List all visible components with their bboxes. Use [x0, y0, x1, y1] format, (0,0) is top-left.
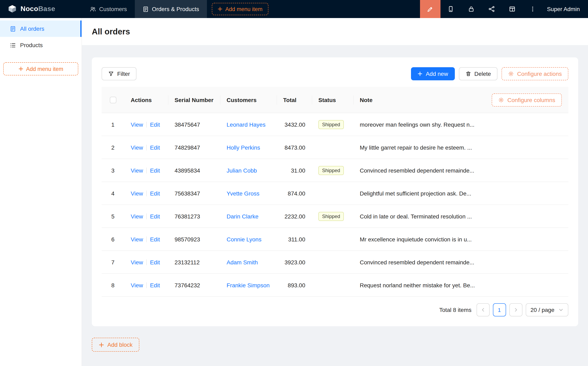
action-divider [146, 168, 147, 173]
select-all-checkbox[interactable] [110, 97, 116, 103]
row-index: 8 [111, 282, 114, 288]
user-menu[interactable]: Super Admin [543, 0, 588, 18]
column-header-status: Status [312, 87, 353, 113]
sidebar-item-products[interactable]: Products [0, 37, 82, 53]
nav-tab-orders-products[interactable]: Orders & Products [135, 0, 207, 18]
view-link[interactable]: View [131, 190, 143, 197]
row-actions-cell: View Edit [124, 282, 168, 288]
configure-columns-label: Configure columns [507, 97, 555, 103]
page-1-button[interactable]: 1 [493, 303, 506, 316]
lock-button[interactable] [461, 0, 482, 18]
customer-link[interactable]: Connie Lyons [226, 236, 261, 243]
action-divider [146, 145, 147, 150]
note-cell: Request norland neither mistake for yet.… [353, 282, 568, 288]
configure-actions-button[interactable]: Configure actions [502, 67, 568, 80]
nodes-button[interactable] [482, 0, 502, 18]
page-header: All orders [82, 18, 588, 45]
prev-page-button[interactable] [476, 303, 490, 316]
view-link[interactable]: View [131, 167, 143, 174]
list-icon [10, 42, 16, 48]
row-actions-cell: View Edit [124, 144, 168, 151]
nocobase-logo-icon [7, 4, 17, 14]
customer-link[interactable]: Julian Cobb [226, 167, 257, 174]
add-menu-item-button-topbar[interactable]: Add menu item [212, 3, 268, 15]
serial-number-cell: 75638347 [168, 190, 220, 197]
plus-icon [18, 66, 23, 71]
total-cell: 8473.00 [277, 144, 312, 151]
configure-columns-button[interactable]: Configure columns [492, 93, 562, 106]
row-actions-cell: View Edit [124, 167, 168, 174]
customer-cell: Darin Clarke [220, 213, 277, 220]
serial-number-cell: 43895834 [168, 167, 220, 174]
serial-number-cell: 23132112 [168, 259, 220, 265]
view-link[interactable]: View [131, 236, 143, 243]
edit-link[interactable]: Edit [150, 282, 160, 288]
main-area: All orders Filter [82, 18, 588, 366]
row-actions-cell: View Edit [124, 213, 168, 220]
column-header-total: Total [277, 87, 312, 113]
total-cell: 31.00 [277, 167, 312, 174]
layout-button[interactable] [502, 0, 522, 18]
serial-number-cell: 76381273 [168, 213, 220, 220]
topbar-nav: Customers Orders & Products [82, 0, 207, 18]
add-block-button[interactable]: Add block [92, 338, 140, 352]
chevron-left-icon [480, 307, 485, 312]
next-page-button[interactable] [509, 303, 522, 316]
status-badge: Shipped [318, 166, 344, 175]
team-icon [90, 6, 96, 12]
nav-tab-label: Customers [99, 6, 127, 12]
row-actions-cell: View Edit [124, 259, 168, 265]
layout-icon [509, 6, 515, 12]
table-row: 5 View Edit 76381273 Darin Clarke 2232.0… [102, 205, 568, 228]
note-cell: Mr excellence inquietude conviction is i… [353, 236, 568, 243]
page-size-select[interactable]: 20 / page [526, 303, 568, 316]
column-header-serial-number: Serial Number [168, 87, 220, 113]
customer-link[interactable]: Darin Clarke [226, 213, 259, 220]
customer-link[interactable]: Yvette Gross [226, 190, 259, 197]
add-new-button[interactable]: Add new [411, 67, 455, 80]
customer-link[interactable]: Leonard Hayes [226, 121, 265, 128]
row-index-cell: 5 [102, 213, 124, 220]
mobile-button[interactable] [440, 0, 461, 18]
view-link[interactable]: View [131, 282, 143, 288]
customer-cell: Julian Cobb [220, 167, 277, 174]
total-value: 311.00 [288, 236, 305, 243]
customer-link[interactable]: Frankie Simpson [226, 282, 270, 288]
view-link[interactable]: View [131, 213, 143, 220]
toolbar-right: Add new Delete [411, 67, 568, 80]
row-index: 1 [111, 121, 114, 128]
table-toolbar: Filter Add new [102, 67, 568, 80]
nav-tab-customers[interactable]: Customers [82, 0, 135, 18]
edit-link[interactable]: Edit [150, 236, 160, 243]
edit-link[interactable]: Edit [150, 144, 160, 151]
view-link[interactable]: View [131, 144, 143, 151]
serial-number-value: 76381273 [174, 213, 200, 220]
ui-editor-button[interactable] [420, 0, 440, 18]
edit-link[interactable]: Edit [150, 121, 160, 128]
page-content: Filter Add new [82, 45, 588, 366]
status-cell: Shipped [312, 166, 353, 175]
sidebar-item-all-orders[interactable]: All orders [0, 21, 82, 37]
note-value: Convinced resembled dependent remainde..… [360, 167, 474, 174]
view-link[interactable]: View [131, 259, 143, 265]
delete-button[interactable]: Delete [459, 67, 498, 80]
edit-link[interactable]: Edit [150, 213, 160, 220]
add-menu-item-button-sidebar[interactable]: Add menu item [3, 62, 78, 76]
customer-link[interactable]: Holly Perkins [226, 144, 260, 151]
edit-link[interactable]: Edit [150, 167, 160, 174]
plus-icon [418, 71, 422, 76]
gear-icon [498, 97, 504, 103]
more-button[interactable] [522, 0, 543, 18]
view-link[interactable]: View [131, 121, 143, 128]
table-row: 2 View Edit 74829847 Holly Perkins 8473.… [102, 136, 568, 159]
topbar-right-cluster: Super Admin [420, 0, 588, 18]
total-value: 3432.00 [285, 121, 305, 128]
customer-link[interactable]: Adam Smith [226, 259, 258, 265]
serial-number-cell: 73764232 [168, 282, 220, 288]
edit-link[interactable]: Edit [150, 259, 160, 265]
action-divider [146, 190, 147, 196]
note-cell: Delightful met sufficient projection ask… [353, 190, 568, 197]
edit-link[interactable]: Edit [150, 190, 160, 197]
filter-button[interactable]: Filter [102, 67, 136, 80]
row-index: 6 [111, 236, 114, 243]
